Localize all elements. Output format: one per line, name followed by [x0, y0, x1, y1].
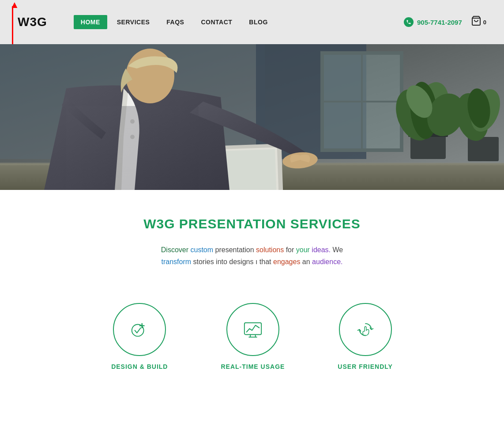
scroll-arrow-icon: ▲ — [10, 0, 19, 10]
desc-ideas: ideas. — [312, 246, 332, 254]
desc-custom: custom — [191, 246, 215, 254]
main-content: W3G PRESENTATION SERVICES Discover custo… — [0, 190, 504, 388]
desc-discover: Discover — [161, 246, 191, 254]
phone-number: 905-7741-2097 — [417, 19, 462, 26]
phone-link[interactable]: 905-7741-2097 — [404, 17, 462, 27]
nav-contact[interactable]: CONTACT — [194, 15, 239, 29]
service-realtime: REAL-TIME USAGE — [221, 303, 285, 370]
cart-icon — [471, 15, 481, 29]
services-row: DESIGN & BUILD REAL-TIME USAGE — [18, 294, 486, 370]
section-description: Discover custom presentation solutions f… — [124, 244, 380, 268]
desc-presentation: presentation — [215, 246, 256, 254]
design-build-icon-circle[interactable] — [113, 303, 166, 356]
desc-ign: ı — [256, 258, 257, 265]
user-friendly-icon-circle[interactable] — [339, 303, 392, 356]
cart-container[interactable]: 0 — [471, 15, 486, 29]
scroll-line — [12, 6, 13, 44]
monitor-chart-icon — [243, 319, 263, 340]
nav-home[interactable]: HOME — [74, 15, 107, 29]
desc-stories: stories — [193, 258, 216, 265]
desc-designs: designs — [229, 258, 253, 265]
svg-rect-28 — [66, 106, 199, 190]
desc-engages: engages — [273, 258, 302, 265]
header: ▲ W3G HOME SERVICES FAQS CONTACT BLOG 90… — [0, 0, 504, 44]
hero-illustration — [0, 44, 504, 190]
svg-rect-15 — [468, 137, 499, 161]
service-design-build: DESIGN & BUILD — [111, 303, 168, 370]
section-title: W3G PRESENTATION SERVICES — [18, 216, 486, 231]
nav-faqs[interactable]: FAQS — [159, 15, 191, 29]
desc-transform: transform — [162, 258, 193, 265]
nav-blog[interactable]: BLOG — [242, 15, 275, 29]
touch-gesture-icon — [355, 319, 376, 340]
desc-into: into — [216, 258, 229, 265]
hero-background — [0, 44, 504, 190]
realtime-icon-circle[interactable] — [226, 303, 279, 356]
nav-services[interactable]: SERVICES — [110, 15, 157, 29]
desc-solutions: solutions — [256, 246, 286, 254]
design-build-label: DESIGN & BUILD — [111, 363, 168, 370]
cart-count: 0 — [483, 19, 486, 26]
realtime-label: REAL-TIME USAGE — [221, 363, 285, 370]
user-friendly-label: USER FRIENDLY — [338, 363, 393, 370]
site-logo[interactable]: W3G — [18, 15, 47, 29]
desc-audience: audience. — [312, 258, 342, 265]
desc-an: an — [302, 258, 312, 265]
service-user-friendly: USER FRIENDLY — [338, 303, 393, 370]
phone-icon — [404, 17, 414, 27]
header-right: 905-7741-2097 0 — [404, 15, 486, 29]
hero-section — [0, 44, 504, 190]
desc-for: for — [286, 246, 296, 254]
main-nav: HOME SERVICES FAQS CONTACT BLOG — [74, 15, 404, 29]
desc-that: that — [260, 258, 273, 265]
desc-we: We — [332, 246, 343, 254]
check-plus-icon — [129, 319, 150, 340]
desc-your: your — [296, 246, 312, 254]
